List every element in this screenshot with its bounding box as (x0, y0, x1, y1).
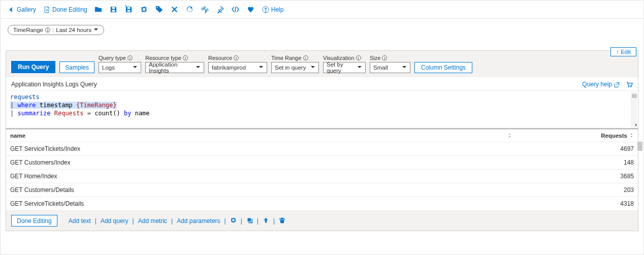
timerange-select[interactable]: Set in query (271, 62, 319, 73)
help-label: Help (271, 6, 284, 13)
refresh-icon[interactable] (186, 6, 194, 14)
results-wrapper: name Requests GET ServiceTickets/Index46… (1, 130, 643, 211)
pill-value: Last 24 hours (56, 27, 91, 33)
gallery-label: Gallery (17, 6, 36, 13)
chevron-down-icon (93, 27, 99, 33)
query-subtitle: Application Insights Logs Query (11, 81, 97, 88)
advanced-settings-icon[interactable] (230, 217, 237, 225)
chevron-down-icon (133, 65, 138, 71)
svg-point-1 (630, 86, 631, 87)
column-settings-button[interactable]: Column Settings (414, 62, 472, 73)
clear-icon[interactable] (171, 6, 179, 14)
resource-label: Resource (208, 55, 232, 61)
pill-sep: : (52, 27, 54, 33)
info-icon: i (45, 27, 50, 33)
done-editing-top-label: Done Editing (52, 6, 87, 13)
code-token: requests (10, 93, 40, 101)
resource-select[interactable]: fabrikamprod (208, 62, 267, 73)
timerange-label: Time Range (271, 55, 302, 61)
info-icon: i (382, 55, 387, 60)
run-query-button[interactable]: Run Query (11, 61, 55, 73)
arrow-left-icon (8, 6, 15, 13)
resource-type-label: Resource type (145, 55, 181, 61)
save-icon[interactable] (110, 6, 118, 14)
delete-icon[interactable] (279, 217, 285, 225)
help-button[interactable]: Help (262, 6, 284, 13)
query-type-field: Query typei Logs (99, 55, 141, 73)
info-icon: i (234, 55, 239, 60)
distribute-icon[interactable] (201, 6, 209, 14)
query-type-select[interactable]: Logs (99, 62, 141, 73)
results-table: name Requests GET ServiceTickets/Index46… (6, 130, 638, 211)
results-scrollbar[interactable] (636, 142, 642, 211)
move-up-icon[interactable] (263, 217, 269, 225)
info-icon: i (127, 55, 133, 60)
add-query-link[interactable]: Add query (101, 217, 128, 225)
done-editing-bottom-button[interactable]: Done Editing (11, 215, 57, 227)
workbook-editor-frame: Gallery Done Editing Help TimeRange i : … (0, 0, 644, 255)
save-as-icon[interactable] (125, 6, 133, 14)
info-icon: i (303, 55, 308, 60)
resource-type-field: Resource typei Application Insights (145, 55, 204, 73)
open-icon[interactable] (94, 6, 103, 14)
query-subtitle-row: Application Insights Logs Query Query he… (6, 77, 638, 90)
add-metric-link[interactable]: Add metric (138, 217, 167, 225)
column-settings-wrap: Column Settings (414, 55, 472, 73)
heart-icon[interactable] (247, 6, 255, 14)
add-text-link[interactable]: Add text (69, 217, 91, 225)
info-icon: i (183, 55, 188, 60)
top-toolbar: Gallery Done Editing Help (1, 1, 643, 19)
table-row[interactable]: GET Customers/Index148 (6, 156, 638, 170)
add-parameters-link[interactable]: Add parameters (177, 217, 220, 225)
timerange-parameter-pill[interactable]: TimeRange i : Last 24 hours (8, 25, 104, 35)
visualization-field: Visualizationi Set by query (323, 55, 366, 73)
gallery-button[interactable]: Gallery (8, 6, 36, 13)
pill-name: TimeRange (13, 27, 43, 33)
scrollbar-thumb[interactable] (637, 142, 642, 151)
query-type-label: Query type (99, 55, 126, 61)
chevron-down-icon: ▾ (635, 122, 637, 128)
svg-point-0 (628, 86, 629, 87)
info-icon: i (356, 55, 361, 60)
chevron-down-icon (357, 65, 362, 71)
resource-field: Resourcei fabrikamprod (208, 55, 267, 73)
done-editing-top-button[interactable]: Done Editing (43, 6, 87, 13)
chevron-down-icon (310, 65, 315, 71)
col-requests-header[interactable]: Requests (516, 130, 638, 142)
table-row[interactable]: GET Customers/Details203 (6, 183, 638, 197)
col-name-header[interactable]: name (6, 130, 516, 142)
table-row[interactable]: GET ServiceTickets/Index4697 (6, 142, 638, 156)
sort-icon (629, 133, 634, 139)
parameters-row: TimeRange i : Last 24 hours (1, 19, 643, 50)
document-check-icon (43, 6, 50, 13)
shopping-icon[interactable] (625, 80, 633, 88)
editor-scrollbar[interactable] (631, 92, 637, 127)
sort-icon (507, 133, 512, 139)
edit-button[interactable]: ↑ Edit (610, 47, 636, 56)
pin-icon[interactable] (216, 6, 224, 14)
tag-icon[interactable] (155, 6, 164, 14)
help-icon (262, 6, 269, 13)
table-row[interactable]: GET Home/Index3685 (6, 170, 638, 183)
query-panel: Run Query Samples Query typei Logs Resou… (6, 50, 638, 130)
code-icon[interactable] (232, 6, 240, 14)
samples-button[interactable]: Samples (59, 61, 94, 73)
query-help-link[interactable]: Query help (582, 81, 620, 88)
clone-icon[interactable] (246, 217, 253, 225)
query-toolbar: Run Query Samples Query typei Logs Resou… (6, 51, 638, 77)
scrollbar-thumb[interactable] (632, 94, 637, 98)
table-row[interactable]: GET ServiceTickets/Details4318 (6, 197, 638, 211)
query-editor[interactable]: requests | where timestamp {TimeRange} |… (6, 90, 638, 129)
chevron-down-icon (259, 65, 264, 71)
table-header: name Requests (6, 130, 638, 142)
visualization-label: Visualization (323, 55, 355, 61)
size-field: Sizei Small (370, 55, 410, 73)
settings-icon[interactable] (140, 6, 148, 14)
visualization-select[interactable]: Set by query (323, 62, 366, 73)
chevron-down-icon (402, 65, 407, 71)
footer-toolbar: Done Editing Add text | Add query | Add … (6, 211, 638, 231)
resource-type-select[interactable]: Application Insights (145, 62, 204, 73)
size-label: Size (370, 55, 380, 61)
size-select[interactable]: Small (370, 62, 410, 73)
timerange-field: Time Rangei Set in query (271, 55, 319, 73)
